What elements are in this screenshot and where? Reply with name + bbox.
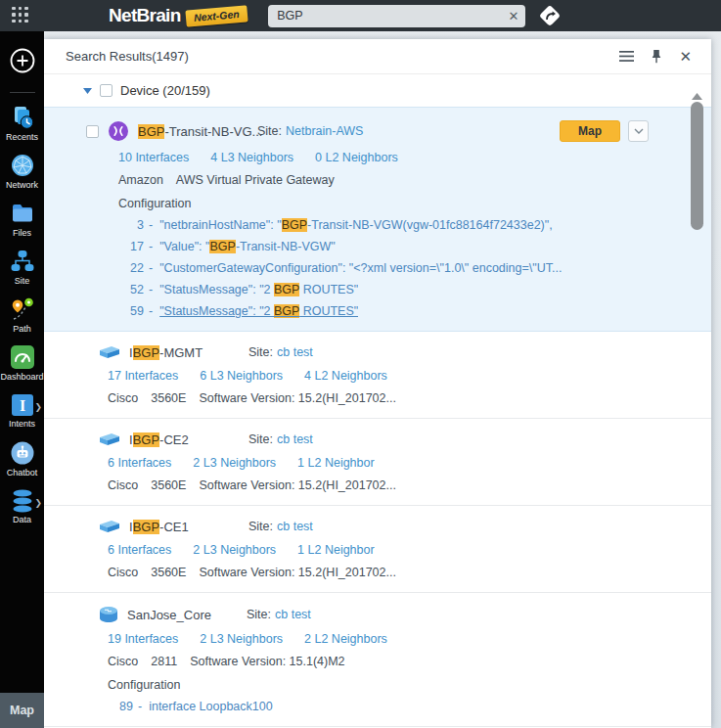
- chatbot-icon: [10, 440, 35, 466]
- site-label: Site:: [248, 520, 273, 533]
- sidebar-item-data[interactable]: Data ❯: [0, 482, 44, 530]
- search-clear-icon[interactable]: ✕: [508, 8, 518, 24]
- intents-icon: I: [11, 393, 34, 417]
- device-group-label: Device (20/159): [120, 83, 210, 98]
- interfaces-link[interactable]: 6 Interfaces: [108, 456, 171, 470]
- sidebar-item-label: Dashboard: [0, 372, 43, 382]
- interfaces-link[interactable]: 6 Interfaces: [108, 543, 171, 557]
- map-go-icon[interactable]: [538, 4, 562, 27]
- collapse-caret-icon[interactable]: [83, 88, 92, 94]
- sidebar-item-site[interactable]: Site: [0, 243, 44, 291]
- sidebar-item-label: Files: [13, 228, 31, 238]
- menu-icon[interactable]: [619, 51, 634, 62]
- config-match-line[interactable]: 52- "StatusMessage": "2 BGP ROUTES": [118, 283, 672, 296]
- site-link[interactable]: cb test: [277, 432, 313, 446]
- configuration-label: Configuration: [118, 197, 672, 210]
- site-label: Site:: [248, 345, 273, 359]
- path-icon: [10, 296, 35, 322]
- search-highlight: BGP: [133, 432, 159, 447]
- l3-neighbors-link[interactable]: 2 L3 Neighbors: [193, 543, 276, 557]
- device-info: Cisco3560ESoftware Version: 15.2(HI_2017…: [108, 478, 672, 492]
- device-info: Cisco3560ESoftware Version: 15.2(HI_2017…: [108, 566, 672, 579]
- l3-neighbors-link[interactable]: 2 L3 Neighbors: [193, 456, 276, 470]
- aws-vgw-icon: [108, 120, 129, 142]
- map-tab-label: Map: [10, 704, 34, 717]
- map-bottom-tab[interactable]: Map: [0, 693, 44, 728]
- panel-header: Search Results(1497) ✕: [44, 39, 711, 74]
- device-info: Cisco2811Software Version: 15.1(4)M2: [108, 655, 672, 668]
- config-match-line[interactable]: 22- "CustomerGatewayConfiguration": "<?x…: [118, 261, 672, 275]
- search-results-panel: Search Results(1497) ✕ Device (20/159): [44, 39, 711, 728]
- sidebar-item-label: Path: [13, 324, 31, 334]
- results-list: BGP-Transit-NB-VG... Site:Netbrain-AWS M…: [44, 107, 711, 727]
- config-match-line[interactable]: 3- "netbrainHostName": "BGP-Transit-NB-V…: [118, 218, 672, 232]
- switch-icon: [99, 344, 120, 360]
- device-name: SanJose_Core: [127, 608, 247, 622]
- chevron-down-icon: [634, 128, 644, 134]
- result-checkbox[interactable]: [86, 125, 99, 138]
- search-highlight: BGP: [274, 304, 299, 318]
- device-group-checkbox[interactable]: [100, 84, 113, 97]
- l2-neighbors-link[interactable]: 1 L2 Neighbor: [297, 456, 375, 470]
- device-name: BGP-Transit-NB-VG...: [138, 124, 257, 139]
- sidebar-item-files[interactable]: Files: [0, 195, 44, 243]
- site-label: Site:: [248, 432, 273, 446]
- sidebar-item-label: Site: [15, 276, 30, 286]
- l2-neighbors-link[interactable]: 4 L2 Neighbors: [304, 369, 387, 383]
- pin-icon[interactable]: [651, 49, 662, 64]
- sidebar-item-network[interactable]: Network: [0, 147, 44, 195]
- sidebar-divider: [10, 92, 35, 93]
- l3-neighbors-link[interactable]: 2 L3 Neighbors: [200, 632, 283, 646]
- interfaces-link[interactable]: 17 Interfaces: [108, 369, 178, 383]
- site-icon: [10, 249, 35, 274]
- site-link[interactable]: Netbrain-AWS: [286, 124, 363, 138]
- l2-neighbors-link[interactable]: 0 L2 Neighbors: [315, 151, 398, 164]
- result-card[interactable]: IBGP-MGMT Site:cb test 17 Interfaces 6 L…: [44, 332, 711, 419]
- result-card[interactable]: IBGP-CE2 Site:cb test 6 Interfaces 2 L3 …: [44, 419, 711, 506]
- netbrain-logo: NetBrain: [109, 5, 181, 26]
- interfaces-link[interactable]: 10 Interfaces: [118, 151, 189, 164]
- l2-neighbors-link[interactable]: 1 L2 Neighbor: [297, 543, 375, 557]
- sidebar-item-chatbot[interactable]: Chatbot: [0, 434, 44, 482]
- search-highlight: BGP: [133, 520, 159, 534]
- site-link[interactable]: cb test: [277, 345, 313, 359]
- left-sidebar: Recents Network Files Site: [0, 31, 44, 693]
- sidebar-item-intents[interactable]: I Intents ❯: [0, 387, 44, 434]
- result-card[interactable]: BGP-Transit-NB-VG... Site:Netbrain-AWS M…: [44, 107, 711, 332]
- sidebar-item-label: Data: [13, 515, 31, 524]
- site-link[interactable]: cb test: [275, 608, 311, 621]
- sidebar-item-path[interactable]: Path: [0, 291, 44, 339]
- recents-icon: [10, 105, 35, 130]
- config-match-line[interactable]: 89- interface Loopback100: [108, 700, 672, 713]
- next-gen-badge: Next-Gen: [185, 5, 248, 26]
- sidebar-item-dashboard[interactable]: Dashboard: [0, 339, 44, 387]
- global-search-input[interactable]: [268, 5, 525, 27]
- search-highlight: BGP: [133, 345, 159, 360]
- result-card[interactable]: SanJose_Core Site:cb test 19 Interfaces …: [44, 593, 711, 727]
- scrollbar-thumb[interactable]: [691, 102, 703, 230]
- l3-neighbors-link[interactable]: 6 L3 Neighbors: [200, 369, 283, 383]
- site-link[interactable]: cb test: [277, 520, 313, 533]
- add-button[interactable]: [9, 47, 36, 78]
- configuration-label: Configuration: [108, 678, 672, 692]
- data-icon: [10, 489, 35, 513]
- device-info: AmazonAWS Virtual Private Gateway: [118, 173, 672, 187]
- switch-icon: [99, 432, 120, 447]
- search-highlight: BGP: [138, 124, 164, 139]
- config-match-line[interactable]: 17- "Value": "BGP-Transit-NB-VGW": [118, 240, 672, 253]
- sidebar-item-label: Chatbot: [7, 468, 38, 478]
- l3-neighbors-link[interactable]: 4 L3 Neighbors: [210, 151, 293, 164]
- l2-neighbors-link[interactable]: 2 L2 Neighbors: [304, 632, 387, 646]
- config-match-line[interactable]: 59- "StatusMessage": "2 BGP ROUTES": [118, 304, 672, 318]
- router-icon: [99, 606, 118, 623]
- sidebar-item-recents[interactable]: Recents: [0, 99, 44, 147]
- device-name: IBGP-CE1: [129, 520, 248, 534]
- app-grid-icon[interactable]: [12, 7, 30, 25]
- search-highlight: BGP: [274, 283, 299, 296]
- device-name: IBGP-CE2: [129, 432, 248, 447]
- map-button[interactable]: Map: [560, 120, 620, 142]
- interfaces-link[interactable]: 19 Interfaces: [108, 632, 178, 646]
- map-dropdown-button[interactable]: [628, 120, 649, 142]
- result-card[interactable]: IBGP-CE1 Site:cb test 6 Interfaces 2 L3 …: [44, 506, 711, 593]
- close-icon[interactable]: ✕: [679, 48, 692, 66]
